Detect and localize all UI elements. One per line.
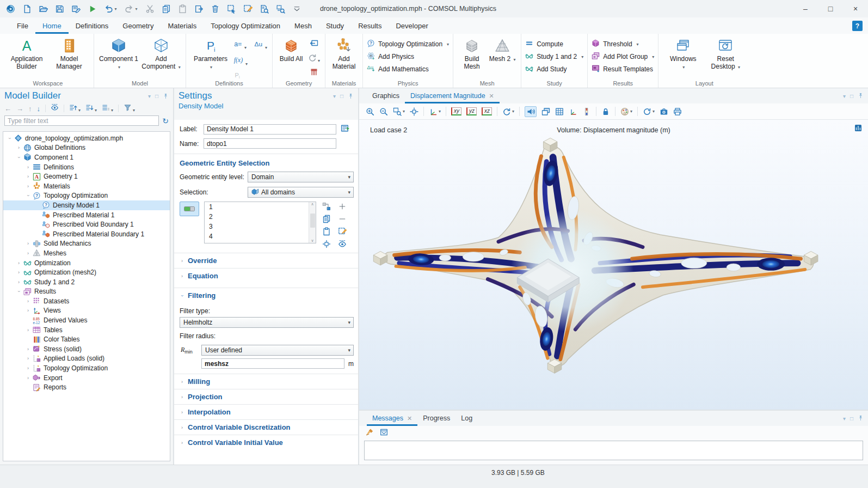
menu-tab-file[interactable]: File	[10, 17, 35, 34]
zoom-selection-icon[interactable]	[275, 4, 285, 14]
toolbar-more-icon[interactable]	[292, 4, 301, 14]
messages-output[interactable]	[364, 441, 863, 460]
tree-item[interactable]: ?Density Model 1	[3, 200, 170, 210]
filter-button[interactable]: ▾	[124, 103, 135, 113]
threshold-button[interactable]: Threshold▾	[592, 39, 654, 49]
pin-icon[interactable]	[858, 415, 864, 422]
section-filtering[interactable]: ›Filtering	[174, 288, 358, 303]
expand-arrow-icon[interactable]: ›	[16, 260, 22, 266]
reset-desktop-button[interactable]: Reset Desktop ▾	[705, 36, 746, 78]
section-milling[interactable]: ›Milling	[174, 374, 358, 389]
selection-select[interactable]: All domains	[248, 187, 354, 198]
expand-arrow-icon[interactable]: ›	[25, 365, 31, 371]
tree-item[interactable]: ›Results	[3, 287, 170, 297]
clear-selection-icon[interactable]	[337, 227, 347, 236]
duplicate-icon[interactable]	[194, 4, 204, 14]
close-tab-icon[interactable]: ✕	[489, 93, 494, 100]
panel-maximize-icon[interactable]: □	[155, 93, 158, 99]
redo-icon[interactable]: ▾	[124, 4, 138, 14]
collapse-all-button[interactable]: ▾	[69, 103, 81, 113]
pin-icon[interactable]	[858, 93, 864, 100]
collapse-arrow-icon[interactable]: ›	[16, 289, 22, 295]
tree-item[interactable]: Prescribed Void Boundary 1	[3, 219, 170, 229]
tree-filter-input[interactable]	[4, 115, 159, 126]
expand-arrow-icon[interactable]: ›	[25, 308, 31, 313]
section-projection[interactable]: ›Projection	[174, 389, 358, 404]
tree-item[interactable]: Prescribed Material 1	[3, 210, 170, 220]
result-templates-button[interactable]: Result Templates	[592, 64, 654, 74]
color-legend-icon[interactable]	[582, 107, 591, 116]
tree-item[interactable]: ›AGeometry 1	[3, 172, 170, 181]
menu-tab-geometry[interactable]: Geometry	[115, 17, 161, 34]
menu-tab-materials[interactable]: Materials	[161, 17, 204, 34]
rebuild-button[interactable]: ▾	[308, 53, 320, 64]
nav-back-icon[interactable]: ←	[4, 105, 11, 113]
copy-icon[interactable]	[161, 4, 171, 14]
undo-icon[interactable]: ▾	[103, 4, 118, 14]
zoom-in-icon[interactable]	[366, 107, 374, 116]
menu-tab-results[interactable]: Results	[351, 17, 389, 34]
tab-progress[interactable]: Progress	[417, 411, 455, 426]
update-icon[interactable]: ▾	[643, 107, 655, 116]
print-icon[interactable]	[673, 107, 682, 116]
create-selection-icon[interactable]	[322, 202, 331, 211]
menu-tab-home[interactable]: Home	[35, 17, 69, 34]
tree-item[interactable]: ›Materials	[3, 181, 170, 191]
listbox-scrollbar[interactable]: ∧∨	[309, 202, 316, 243]
tree-item[interactable]: ›Views	[3, 306, 170, 316]
selection-list-item[interactable]: 3	[209, 223, 309, 233]
pin-icon[interactable]	[163, 93, 169, 99]
save-icon[interactable]	[54, 4, 64, 14]
tab-graphics[interactable]: Graphics	[367, 88, 405, 103]
panel-maximize-icon[interactable]: □	[340, 93, 343, 99]
tree-item[interactable]: Reports	[3, 382, 170, 392]
compute-button[interactable]: Compute	[525, 39, 583, 49]
cut-icon[interactable]	[145, 4, 155, 14]
application-builder-button[interactable]: A Application Builder	[6, 36, 47, 78]
view-xy-button[interactable]: xy	[451, 107, 461, 115]
panel-menu-icon[interactable]: ▾	[843, 93, 846, 99]
selection-list-item[interactable]: 2	[209, 213, 309, 223]
tree-item[interactable]: ›Meshes	[3, 248, 170, 258]
camera-icon[interactable]	[660, 107, 668, 116]
move-up-icon[interactable]: ↑	[28, 105, 32, 113]
add-study-button[interactable]: Add Study	[525, 64, 583, 74]
delete-icon[interactable]	[210, 4, 220, 14]
menu-tab-mesh[interactable]: Mesh	[287, 17, 319, 34]
paste-icon[interactable]	[177, 4, 187, 14]
node-text-button[interactable]: ▾	[102, 103, 113, 113]
zoom-box-icon[interactable]: ▾	[393, 107, 405, 116]
tree-item[interactable]: ›Export	[3, 373, 170, 383]
expand-arrow-icon[interactable]: ›	[25, 174, 31, 179]
remove-selection-icon[interactable]	[337, 215, 347, 223]
menu-tab-study[interactable]: Study	[319, 17, 351, 34]
select-icon[interactable]	[226, 4, 236, 14]
graphics-canvas[interactable]: Load case 2 Volume: Displacement magnitu…	[359, 120, 868, 410]
name-input[interactable]	[204, 138, 336, 149]
tab-messages[interactable]: Messages✕	[367, 411, 417, 426]
zoom-extents-icon[interactable]	[410, 107, 418, 116]
expand-arrow-icon[interactable]: ›	[16, 145, 22, 150]
expand-arrow-icon[interactable]: ›	[25, 346, 31, 352]
menu-tab-topology-optimization[interactable]: Topology Optimization	[204, 17, 287, 34]
expand-arrow-icon[interactable]: ›	[25, 298, 31, 304]
selection-list-item[interactable]: 4	[209, 233, 309, 242]
rename-icon[interactable]	[341, 124, 350, 135]
variables-button[interactable]: a=▾	[233, 39, 248, 51]
component-button[interactable]: Component 1 ▾	[98, 36, 139, 78]
nav-forward-icon[interactable]: →	[16, 105, 23, 113]
entity-level-select[interactable]: Domain	[248, 172, 354, 182]
parameters-button[interactable]: Pi Parameters▾	[190, 36, 231, 78]
message-window-icon[interactable]	[380, 428, 388, 438]
tree-item[interactable]: ›Tables	[3, 325, 170, 335]
show-selection-icon[interactable]	[337, 240, 347, 248]
section-interpolation[interactable]: ›Interpolation	[174, 404, 358, 419]
add-selection-icon[interactable]	[337, 202, 347, 211]
save-as-icon[interactable]	[71, 4, 81, 14]
expand-arrow-icon[interactable]: ›	[25, 327, 31, 333]
panel-maximize-icon[interactable]: □	[850, 416, 853, 422]
section-control-variable-discretization[interactable]: ›Control Variable Discretization	[174, 419, 358, 435]
tree-item[interactable]: ›Study 1 and 2	[3, 277, 170, 287]
plot-corner-icon[interactable]	[854, 124, 863, 134]
collapse-arrow-icon[interactable]: ›	[26, 193, 31, 199]
